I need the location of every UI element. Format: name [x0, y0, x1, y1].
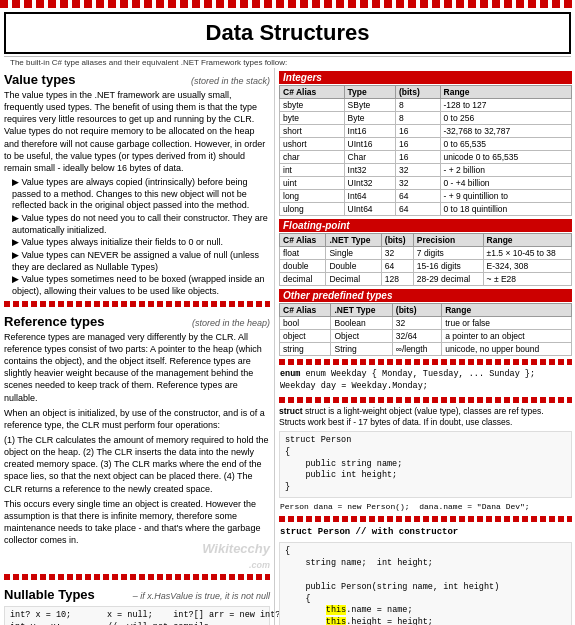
watermark-1: Wikitecchy.com: [202, 541, 270, 571]
table-row: ushortUInt16160 to 65,535: [280, 138, 572, 151]
struct-description: struct struct is a light-weight object (…: [279, 406, 572, 429]
struct-desc-text: struct is a light-weight object (value t…: [279, 406, 544, 427]
value-bullet-2: Value types do not need you to call thei…: [12, 213, 270, 236]
value-types-subtitle: (stored in the stack): [191, 76, 270, 86]
enum-section: enum enum Weekday { Monday, Tuesday, ...…: [279, 368, 572, 394]
fl-col-0: C# Alias: [280, 234, 326, 247]
int-col-1: Type: [344, 86, 395, 99]
table-row: charChar16unicode 0 to 65,535: [280, 151, 572, 164]
table-row: longInt6464- + 9 quintillion to: [280, 190, 572, 203]
int-col-0: C# Alias: [280, 86, 345, 99]
struct-constructor-title: struct Person // with constructor: [279, 525, 572, 540]
struct-constructor-section: struct Person // with constructor { stri…: [279, 525, 572, 625]
divider-2: [4, 574, 270, 580]
int-col-2: (bits): [395, 86, 440, 99]
table-row: stringString∞/lengthunicode, no upper bo…: [280, 343, 572, 356]
reference-types-subtitle: (stored in the heap): [192, 318, 270, 328]
floating-col-headers: C# Alias .NET Type (bits) Precision Rang…: [280, 234, 572, 247]
table-row: objectObject32/64a pointer to an object: [280, 330, 572, 343]
other-header: Other predefined types: [279, 289, 572, 302]
divider-right-1: [279, 359, 572, 365]
value-types-body: The value types in the .NET framework ar…: [4, 89, 270, 174]
fl-col-1: .NET Type: [326, 234, 381, 247]
other-col-headers: C# Alias .NET Type (bits) Range: [280, 304, 572, 317]
struct-constructor-code: { string name; int height; public Person…: [279, 542, 572, 625]
enum-keyword: enum: [280, 369, 300, 379]
nullable-types-section: Nullable Types – if x.HasValue is true, …: [4, 583, 270, 625]
divider-1: [4, 301, 270, 307]
enum-line-1: enum Weekday { Monday, Tuesday, ... Sund…: [306, 369, 536, 379]
ref-body-2: When an object is initialized, by use of…: [4, 407, 270, 431]
ref-body-3: This occurs every single time an object …: [4, 498, 270, 547]
this-keyword: this: [326, 617, 346, 625]
page-header: Data Structures: [4, 12, 571, 54]
struct-section: struct struct is a light-weight object (…: [279, 406, 572, 514]
ref-body-1: Reference types are managed very differe…: [4, 331, 270, 404]
fl-col-4: Range: [483, 234, 571, 247]
main-layout: Value types (stored in the stack) The va…: [0, 68, 575, 625]
divider-right-2: [279, 397, 572, 403]
integers-table: C# Alias Type (bits) Range sbyteSByte8-1…: [279, 85, 572, 216]
oth-col-3: Range: [442, 304, 571, 317]
floating-table: C# Alias .NET Type (bits) Precision Rang…: [279, 233, 572, 286]
value-bullet-4: Value types can NEVER be assigned a valu…: [12, 250, 270, 273]
table-row: shortInt1616-32,768 to 32,787: [280, 125, 572, 138]
value-bullet-1: Value types are always copied (intrinsic…: [12, 177, 270, 212]
value-bullet-5: Value types sometimes need to be boxed (…: [12, 274, 270, 297]
reference-types-section: Reference types (stored in the heap) Ref…: [4, 310, 270, 571]
oth-col-1: .NET Type: [331, 304, 392, 317]
integers-title: Integers: [283, 72, 322, 83]
other-title: Other predefined types: [283, 290, 392, 301]
table-row: boolBoolean32true or false: [280, 317, 572, 330]
ref-steps: (1) The CLR calculates the amount of mem…: [4, 434, 270, 495]
struct-keyword: struct: [279, 406, 303, 416]
value-types-title: Value types: [4, 72, 76, 87]
struct-dana-line: Person dana = new Person(); dana.name = …: [279, 500, 572, 513]
enum-line-2: Weekday day = Weekday.Monday;: [280, 381, 428, 391]
reference-types-title: Reference types: [4, 314, 104, 329]
int-col-3: Range: [440, 86, 571, 99]
oth-col-2: (bits): [392, 304, 441, 317]
table-row: doubleDouble6415-16 digitsE-324, 308: [280, 260, 572, 273]
fl-col-2: (bits): [381, 234, 413, 247]
other-table: C# Alias .NET Type (bits) Range boolBool…: [279, 303, 572, 356]
table-row: floatSingle327 digits±1.5 × 10-45 to 38: [280, 247, 572, 260]
oth-col-0: C# Alias: [280, 304, 331, 317]
enum-code: enum enum Weekday { Monday, Tuesday, ...…: [279, 368, 572, 394]
table-row: byteByte80 to 256: [280, 112, 572, 125]
top-note: The built-in C# type aliases and their e…: [10, 58, 287, 67]
floating-header: Floating-point: [279, 219, 572, 232]
divider-right-3: [279, 516, 572, 522]
table-row: ulongUInt64640 to 18 quintillion: [280, 203, 572, 216]
nullable-title: Nullable Types: [4, 587, 95, 602]
table-row: sbyteSByte8-128 to 127: [280, 99, 572, 112]
floating-title: Floating-point: [283, 220, 350, 231]
nullable-subtitle: – if x.HasValue is true, it is not null: [133, 591, 270, 601]
table-row: intInt3232- + 2 billion: [280, 164, 572, 177]
nullable-line-1: int? x = 10; x = null; int?[] arr = new …: [10, 610, 306, 620]
left-column: Value types (stored in the stack) The va…: [4, 68, 274, 625]
this-keyword: this: [326, 605, 346, 615]
fl-col-3: Precision: [413, 234, 483, 247]
integers-header: Integers: [279, 71, 572, 84]
value-types-section: Value types (stored in the stack) The va…: [4, 68, 270, 298]
top-border-decoration: [0, 0, 575, 8]
integers-col-headers: C# Alias Type (bits) Range: [280, 86, 572, 99]
nullable-code-block: int? x = 10; x = null; int?[] arr = new …: [4, 606, 270, 625]
table-row: decimalDecimal12828-29 decimal~ ± E28: [280, 273, 572, 286]
value-bullet-3: Value types always initialize their fiel…: [12, 237, 270, 249]
page-title: Data Structures: [16, 20, 559, 46]
table-row: uintUInt32320 - +4 billion: [280, 177, 572, 190]
page-container: Data Structures The built-in C# type ali…: [0, 0, 575, 625]
struct-code-1: struct Person { public string name; publ…: [279, 431, 572, 498]
right-column: Integers C# Alias Type (bits) Range sbyt…: [274, 68, 572, 625]
